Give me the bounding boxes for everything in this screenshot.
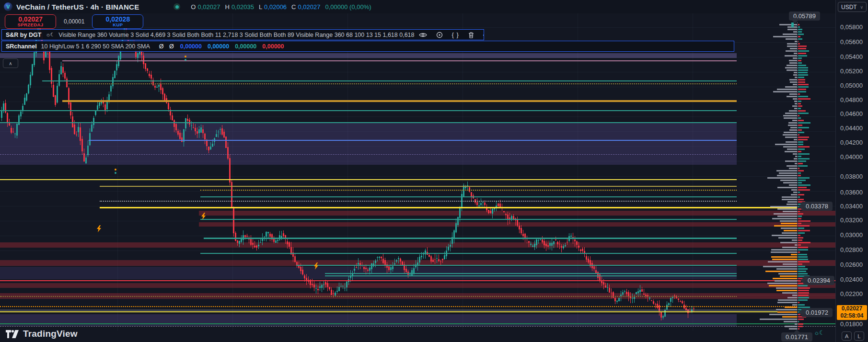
indicator-legend-srchannel[interactable]: SRchannel 10 High/Low 5 1 6 290 50 SMA 2… bbox=[1, 41, 734, 52]
candle-up bbox=[156, 87, 158, 88]
candle-up bbox=[455, 223, 457, 232]
sr-zone bbox=[199, 211, 835, 216]
volume-profile-bar bbox=[773, 36, 797, 37]
volume-delta-bar bbox=[798, 244, 801, 246]
day-night-toggle-icon[interactable]: ☼☾ bbox=[814, 329, 824, 336]
tradingview-logo[interactable]: TradingView bbox=[6, 329, 78, 339]
collapse-legend-button[interactable]: ∧ bbox=[3, 58, 18, 68]
volume-profile-bar bbox=[793, 57, 797, 59]
candle-up bbox=[108, 94, 110, 100]
candle-up bbox=[85, 158, 87, 163]
candle-up bbox=[275, 240, 277, 243]
candle-down bbox=[432, 260, 434, 262]
candle-wick bbox=[218, 130, 219, 137]
price-level-line bbox=[89, 140, 737, 141]
volume-delta-bar bbox=[798, 292, 809, 294]
candle-up bbox=[258, 245, 259, 246]
candle-down bbox=[225, 137, 227, 148]
candle-wick bbox=[341, 283, 341, 287]
candle-down bbox=[154, 86, 156, 88]
volume-profile-bar bbox=[784, 230, 797, 231]
candle-down bbox=[62, 67, 64, 73]
candle-wick bbox=[398, 256, 399, 263]
candle-up bbox=[540, 239, 541, 240]
volume-profile-bar bbox=[776, 290, 797, 291]
candle-up bbox=[137, 53, 139, 58]
candle-wick bbox=[324, 281, 324, 290]
candle-up bbox=[459, 208, 461, 218]
chart-header: V VeChain / TetherUS · 4h · BINANCE O 0,… bbox=[0, 0, 835, 13]
candle-down bbox=[256, 246, 257, 248]
volume-profile-bar bbox=[770, 206, 797, 207]
more-icon[interactable]: ••• bbox=[483, 32, 484, 38]
candle-up bbox=[116, 64, 117, 70]
candle-down bbox=[384, 260, 386, 265]
candle-up bbox=[551, 243, 553, 246]
candle-up bbox=[335, 293, 336, 296]
symbol-title[interactable]: VeChain / TetherUS · 4h · BINANCE bbox=[16, 3, 139, 11]
price-scale[interactable]: USDT ∨ 0,058000,056000,054000,052000,050… bbox=[835, 0, 868, 342]
log-scale-button[interactable]: L bbox=[854, 331, 864, 341]
volume-delta-bar bbox=[798, 230, 810, 231]
candle-down bbox=[693, 308, 694, 309]
candle-wick bbox=[527, 236, 527, 243]
candle-down bbox=[605, 285, 606, 287]
volume-profile-bar bbox=[787, 297, 797, 298]
candle-down bbox=[580, 250, 581, 251]
currency-button[interactable]: USDT ∨ bbox=[838, 2, 867, 12]
candle-down bbox=[235, 233, 236, 241]
candle-up bbox=[338, 287, 340, 291]
change-value: 0,00000 (0,00%) bbox=[325, 3, 371, 11]
range-badge: 0.03378 bbox=[801, 202, 833, 211]
auto-scale-button[interactable]: A bbox=[842, 331, 852, 341]
volume-profile-bar bbox=[773, 91, 797, 92]
sr-zone bbox=[0, 123, 737, 165]
volume-profile-bar bbox=[776, 170, 797, 171]
candle-up bbox=[99, 103, 100, 105]
candle-up bbox=[570, 236, 572, 237]
price-tick-label: 0,02400 bbox=[840, 276, 863, 283]
candle-down bbox=[202, 129, 204, 133]
buy-button[interactable]: 0,02028 KUP bbox=[92, 14, 143, 29]
sr-zone bbox=[0, 242, 835, 248]
volume-delta-bar bbox=[798, 148, 805, 150]
volume-delta-bar bbox=[798, 232, 805, 234]
high-label: H bbox=[225, 3, 229, 11]
range-badge: 0.05789 bbox=[789, 11, 820, 21]
candle-up bbox=[32, 64, 33, 75]
indicator-legend-sr[interactable]: S&R by DGT ☼☾ Visible Range 360 Volume 3… bbox=[1, 29, 484, 40]
settings-icon[interactable] bbox=[436, 32, 443, 38]
candle-down bbox=[5, 103, 6, 113]
sr-zone bbox=[0, 283, 835, 288]
candle-wick bbox=[559, 240, 560, 249]
volume-profile-bar bbox=[792, 120, 797, 121]
sell-button[interactable]: 0,02027 SPRZEDAJ bbox=[5, 14, 56, 29]
candle-up bbox=[637, 291, 639, 293]
volume-delta-bar bbox=[798, 86, 809, 88]
price-level-line bbox=[62, 60, 737, 61]
volume-profile-bar bbox=[784, 321, 797, 322]
volume-profile-bar bbox=[791, 189, 797, 191]
volume-delta-bar bbox=[798, 216, 802, 217]
eye-icon[interactable] bbox=[419, 32, 427, 38]
candle-down bbox=[440, 262, 441, 262]
volume-profile-bar bbox=[785, 67, 797, 68]
volume-delta-bar bbox=[798, 29, 802, 30]
volume-delta-bar bbox=[798, 43, 800, 45]
candle-up bbox=[89, 133, 91, 145]
volume-delta-bar bbox=[798, 290, 809, 291]
candle-up bbox=[78, 127, 79, 132]
volume-delta-bar bbox=[798, 77, 804, 78]
price-tick-label: 0,03600 bbox=[840, 189, 863, 196]
close-value: 0,02027 bbox=[298, 3, 321, 11]
volume-delta-bar bbox=[798, 69, 808, 71]
delete-icon[interactable] bbox=[468, 32, 474, 38]
volume-delta-bar bbox=[798, 199, 804, 200]
candle-down bbox=[641, 289, 643, 291]
market-status-icon[interactable] bbox=[174, 3, 180, 10]
candle-down bbox=[11, 128, 12, 132]
candle-down bbox=[66, 79, 68, 87]
source-code-icon[interactable]: { } bbox=[452, 31, 459, 38]
indicator-value: 0,00000 bbox=[235, 43, 256, 50]
volume-delta-bar bbox=[798, 36, 800, 37]
